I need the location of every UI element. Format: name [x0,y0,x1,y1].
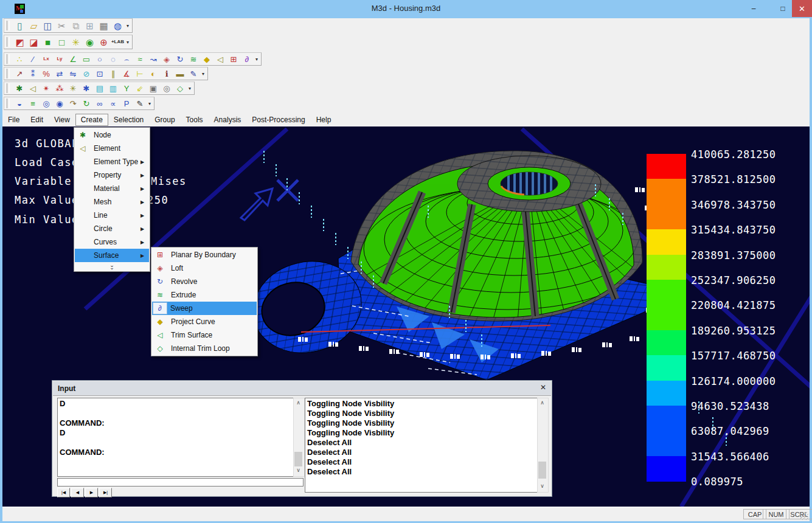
trim-surface-icon[interactable]: ◁ [213,54,227,64]
surface-sweep-icon[interactable]: ∂ [240,54,254,64]
group-sphere-icon[interactable]: ◒ [13,98,26,109]
menu-selection[interactable]: Selection [108,114,149,126]
toolbar-overflow-icon[interactable]: ▾ [189,86,191,91]
toolbar-grip[interactable] [7,99,10,108]
menu-item-element-type[interactable]: Element Type▶ [75,155,149,168]
toolbar-grip[interactable] [7,69,10,78]
close-icon[interactable]: ✕ [540,383,546,392]
help-icon[interactable]: ◍ [111,19,125,32]
menu-item-circle[interactable]: Circle▶ [75,222,149,235]
nodes-between-icon[interactable]: ⁂ [53,83,66,94]
menu-item-trim-surface[interactable]: ◁Trim Surface [152,328,257,342]
element-axes-icon[interactable]: Y [120,83,133,94]
menu-item-loft[interactable]: ◈Loft [152,262,257,275]
link-nodes-icon[interactable]: ∞ [93,98,106,109]
line-angle-icon[interactable]: ∠ [66,54,80,64]
parallel-icon[interactable]: ∥ [106,68,120,79]
maximize-button[interactable]: □ [774,0,792,17]
menu-item-surface[interactable]: Surface▶ [75,249,149,262]
close-button[interactable]: ✕ [792,0,812,17]
menu-item-project-curve[interactable]: ◆Project Curve [152,315,257,328]
paste-icon[interactable]: ⊞ [83,19,97,32]
line-x-icon[interactable]: Lx [40,54,53,64]
history-first-button[interactable]: |◀ [57,488,70,497]
replace-icon[interactable]: ⊡ [93,68,106,79]
surface-revolve-icon[interactable]: ↻ [173,54,187,64]
sphere-wire-icon[interactable]: ◎ [160,83,173,94]
annotate-icon[interactable]: ✎ [187,68,200,79]
menu-item-extrude[interactable]: ≋Extrude [152,288,257,302]
toolbar-grip[interactable] [7,83,10,93]
message-log-scrollbar[interactable]: ∧∨ [537,398,549,493]
toolbar-overflow-icon[interactable]: ▾ [255,57,258,62]
command-input-line[interactable] [57,478,304,487]
offset-curve-icon[interactable]: ⊘ [80,68,93,79]
menu-item-revolve[interactable]: ↻Revolve [152,275,257,288]
info-icon[interactable]: ℹ [160,68,173,79]
toolbar-grip[interactable] [7,37,10,47]
mirror-icon[interactable]: ⇋ [66,68,80,79]
new-file-icon[interactable]: ▯ [13,19,27,32]
toolbar-overflow-icon[interactable]: ▾ [148,101,151,106]
line-y-icon[interactable]: Ly [53,54,66,64]
shaded-plot-window-icon[interactable]: ◪ [27,36,41,48]
move-icon[interactable]: ↗ [13,68,26,79]
mesh-surface-icon[interactable]: ▤ [93,83,106,94]
select-circle-add-icon[interactable]: ◉ [53,98,66,109]
select-circle-icon[interactable]: ◎ [40,98,53,109]
minimize-button[interactable]: – [743,0,764,17]
scroll-down-icon[interactable]: ∨ [538,482,547,491]
menu-item-element[interactable]: ◁Element [75,142,149,155]
command-history-scrollbar[interactable]: ∧∨ [293,398,305,477]
menu-item-mesh[interactable]: Mesh▶ [75,195,149,209]
open-file-icon[interactable]: ▱ [27,19,41,32]
history-prev-button[interactable]: ◀ [71,488,84,497]
flip-normals-icon[interactable]: ⇙ [133,83,147,94]
print-icon[interactable]: ▦ [97,19,111,32]
shaded-plot-icon[interactable]: ◩ [13,36,27,48]
command-history-box[interactable]: D COMMAND: D COMMAND: [57,398,294,477]
toolbar-grip[interactable] [7,21,10,30]
check-elements-icon[interactable]: ◇ [173,83,187,94]
menu-item-property[interactable]: Property▶ [75,168,149,182]
toolbar-overflow-icon[interactable]: ▾ [202,71,204,77]
scroll-up-icon[interactable]: ∧ [294,398,303,407]
create-rect-icon[interactable]: ▭ [80,54,93,64]
menu-tools[interactable]: Tools [181,114,209,126]
pid-select-icon[interactable]: P [120,98,133,109]
visibility-eye-icon[interactable]: ◉ [83,36,97,48]
menu-edit[interactable]: Edit [25,114,49,126]
solid-brick-icon[interactable]: ▣ [147,83,160,94]
surface-loft-icon[interactable]: ◈ [160,54,173,64]
rotate-node-icon[interactable]: ↷ [66,98,80,109]
project-curve-icon[interactable]: ◆ [200,54,213,64]
copy-icon[interactable]: ⧉ [69,19,83,32]
history-next-button[interactable]: ▶ [85,488,98,497]
cut-icon[interactable]: ✂ [55,19,69,32]
save-file-icon[interactable]: ◫ [41,19,55,32]
measure-icon[interactable]: ▬ [173,68,187,79]
menu-group[interactable]: Group [149,114,180,126]
menu-create[interactable]: Create [75,114,108,126]
menu-analysis[interactable]: Analysis [209,114,247,126]
scroll-thumb[interactable] [294,452,302,466]
measure-angle-icon[interactable]: ∡ [120,68,133,79]
menu-item-node[interactable]: ✱Node [75,128,149,142]
menu-view[interactable]: View [49,114,75,126]
toggle-display-icon[interactable]: ✳ [69,36,83,48]
menu-item-curves[interactable]: Curves▶ [75,235,149,249]
link-elements-icon[interactable]: ∝ [106,98,120,109]
copy-offset-icon[interactable]: ⇄ [53,68,66,79]
surface-extrude-icon[interactable]: ≋ [187,54,200,64]
menu-item-line[interactable]: Line▶ [75,209,149,222]
circle-by-points-icon[interactable]: ◌ [106,54,120,64]
toolbar-overflow-icon[interactable]: ▾ [127,40,129,45]
input-panel-header[interactable]: Input ✕ [53,381,551,396]
view-orient-icon[interactable]: ⊕ [97,36,111,48]
create-arc-icon[interactable]: ⌢ [120,54,133,64]
history-last-button[interactable]: ▶| [99,488,112,497]
node-resize-icon[interactable]: ✳ [66,83,80,94]
scale-icon[interactable]: % [40,68,53,79]
scroll-up-icon[interactable]: ∧ [538,398,547,407]
menu-help[interactable]: Help [311,114,337,126]
